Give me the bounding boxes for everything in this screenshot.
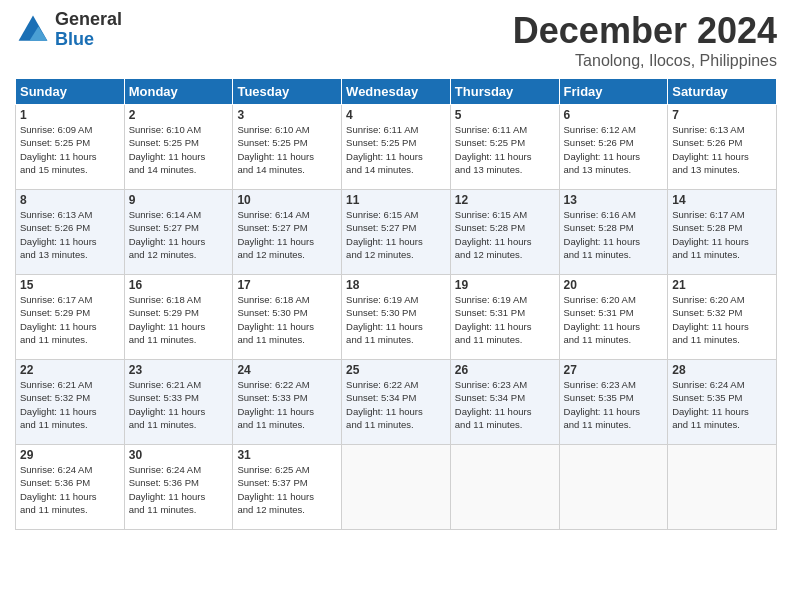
daylight-label: Daylight: 11 hours	[20, 236, 97, 247]
day-number: 6	[564, 108, 664, 122]
sunset-label: Sunset: 5:25 PM	[237, 137, 307, 148]
day-number: 2	[129, 108, 229, 122]
sunrise-label: Sunrise: 6:24 AM	[672, 379, 744, 390]
calendar-cell: 4 Sunrise: 6:11 AM Sunset: 5:25 PM Dayli…	[342, 105, 451, 190]
sunrise-label: Sunrise: 6:24 AM	[129, 464, 201, 475]
daylight-minutes: and 11 minutes.	[564, 419, 632, 430]
sunrise-label: Sunrise: 6:15 AM	[346, 209, 418, 220]
sunrise-label: Sunrise: 6:15 AM	[455, 209, 527, 220]
sunset-label: Sunset: 5:25 PM	[455, 137, 525, 148]
logo-blue-text: Blue	[55, 30, 122, 50]
day-info: Sunrise: 6:16 AM Sunset: 5:28 PM Dayligh…	[564, 208, 664, 261]
calendar-cell: 31 Sunrise: 6:25 AM Sunset: 5:37 PM Dayl…	[233, 445, 342, 530]
sunset-label: Sunset: 5:27 PM	[346, 222, 416, 233]
daylight-minutes: and 11 minutes.	[237, 334, 305, 345]
day-number: 10	[237, 193, 337, 207]
logo-icon	[15, 12, 51, 48]
daylight-minutes: and 11 minutes.	[20, 334, 88, 345]
daylight-label: Daylight: 11 hours	[564, 321, 641, 332]
header: General Blue December 2024 Tanolong, Ilo…	[15, 10, 777, 70]
daylight-minutes: and 12 minutes.	[129, 249, 197, 260]
sunset-label: Sunset: 5:26 PM	[672, 137, 742, 148]
daylight-label: Daylight: 11 hours	[129, 321, 206, 332]
day-number: 30	[129, 448, 229, 462]
daylight-label: Daylight: 11 hours	[237, 491, 314, 502]
daylight-label: Daylight: 11 hours	[672, 151, 749, 162]
sunrise-label: Sunrise: 6:17 AM	[672, 209, 744, 220]
daylight-minutes: and 11 minutes.	[672, 334, 740, 345]
sunrise-label: Sunrise: 6:25 AM	[237, 464, 309, 475]
calendar-cell: 22 Sunrise: 6:21 AM Sunset: 5:32 PM Dayl…	[16, 360, 125, 445]
sunset-label: Sunset: 5:26 PM	[20, 222, 90, 233]
day-number: 1	[20, 108, 120, 122]
daylight-label: Daylight: 11 hours	[237, 321, 314, 332]
day-number: 5	[455, 108, 555, 122]
sunrise-label: Sunrise: 6:19 AM	[455, 294, 527, 305]
daylight-label: Daylight: 11 hours	[346, 321, 423, 332]
daylight-label: Daylight: 11 hours	[346, 406, 423, 417]
day-number: 15	[20, 278, 120, 292]
day-number: 24	[237, 363, 337, 377]
daylight-minutes: and 15 minutes.	[20, 164, 88, 175]
daylight-minutes: and 14 minutes.	[129, 164, 197, 175]
logo: General Blue	[15, 10, 122, 50]
sunrise-label: Sunrise: 6:18 AM	[129, 294, 201, 305]
calendar-cell: 14 Sunrise: 6:17 AM Sunset: 5:28 PM Dayl…	[668, 190, 777, 275]
sunrise-label: Sunrise: 6:13 AM	[20, 209, 92, 220]
day-info: Sunrise: 6:15 AM Sunset: 5:28 PM Dayligh…	[455, 208, 555, 261]
daylight-minutes: and 11 minutes.	[237, 419, 305, 430]
sunrise-label: Sunrise: 6:19 AM	[346, 294, 418, 305]
daylight-minutes: and 13 minutes.	[20, 249, 88, 260]
sunset-label: Sunset: 5:29 PM	[20, 307, 90, 318]
day-number: 29	[20, 448, 120, 462]
sunrise-label: Sunrise: 6:10 AM	[237, 124, 309, 135]
sunset-label: Sunset: 5:35 PM	[564, 392, 634, 403]
sunset-label: Sunset: 5:33 PM	[237, 392, 307, 403]
day-number: 17	[237, 278, 337, 292]
calendar-cell: 11 Sunrise: 6:15 AM Sunset: 5:27 PM Dayl…	[342, 190, 451, 275]
sunrise-label: Sunrise: 6:12 AM	[564, 124, 636, 135]
day-number: 18	[346, 278, 446, 292]
calendar-cell: 23 Sunrise: 6:21 AM Sunset: 5:33 PM Dayl…	[124, 360, 233, 445]
day-number: 26	[455, 363, 555, 377]
daylight-label: Daylight: 11 hours	[237, 406, 314, 417]
day-info: Sunrise: 6:14 AM Sunset: 5:27 PM Dayligh…	[129, 208, 229, 261]
sunset-label: Sunset: 5:28 PM	[455, 222, 525, 233]
calendar-cell: 15 Sunrise: 6:17 AM Sunset: 5:29 PM Dayl…	[16, 275, 125, 360]
day-number: 14	[672, 193, 772, 207]
day-number: 16	[129, 278, 229, 292]
calendar-cell: 20 Sunrise: 6:20 AM Sunset: 5:31 PM Dayl…	[559, 275, 668, 360]
daylight-label: Daylight: 11 hours	[20, 321, 97, 332]
day-number: 31	[237, 448, 337, 462]
weekday-header-friday: Friday	[559, 79, 668, 105]
daylight-label: Daylight: 11 hours	[237, 151, 314, 162]
day-info: Sunrise: 6:25 AM Sunset: 5:37 PM Dayligh…	[237, 463, 337, 516]
sunset-label: Sunset: 5:30 PM	[237, 307, 307, 318]
day-number: 9	[129, 193, 229, 207]
day-info: Sunrise: 6:13 AM Sunset: 5:26 PM Dayligh…	[20, 208, 120, 261]
calendar-cell: 13 Sunrise: 6:16 AM Sunset: 5:28 PM Dayl…	[559, 190, 668, 275]
daylight-minutes: and 14 minutes.	[346, 164, 414, 175]
daylight-minutes: and 13 minutes.	[564, 164, 632, 175]
daylight-minutes: and 12 minutes.	[237, 504, 305, 515]
day-info: Sunrise: 6:19 AM Sunset: 5:31 PM Dayligh…	[455, 293, 555, 346]
daylight-label: Daylight: 11 hours	[20, 151, 97, 162]
day-info: Sunrise: 6:11 AM Sunset: 5:25 PM Dayligh…	[346, 123, 446, 176]
sunrise-label: Sunrise: 6:13 AM	[672, 124, 744, 135]
day-number: 28	[672, 363, 772, 377]
day-info: Sunrise: 6:10 AM Sunset: 5:25 PM Dayligh…	[237, 123, 337, 176]
sunrise-label: Sunrise: 6:17 AM	[20, 294, 92, 305]
calendar-cell: 28 Sunrise: 6:24 AM Sunset: 5:35 PM Dayl…	[668, 360, 777, 445]
logo-text: General Blue	[55, 10, 122, 50]
calendar-cell	[668, 445, 777, 530]
day-number: 20	[564, 278, 664, 292]
sunset-label: Sunset: 5:33 PM	[129, 392, 199, 403]
sunrise-label: Sunrise: 6:21 AM	[20, 379, 92, 390]
day-number: 27	[564, 363, 664, 377]
calendar-cell: 5 Sunrise: 6:11 AM Sunset: 5:25 PM Dayli…	[450, 105, 559, 190]
day-info: Sunrise: 6:17 AM Sunset: 5:29 PM Dayligh…	[20, 293, 120, 346]
sunset-label: Sunset: 5:32 PM	[672, 307, 742, 318]
weekday-header-tuesday: Tuesday	[233, 79, 342, 105]
sunset-label: Sunset: 5:25 PM	[346, 137, 416, 148]
day-info: Sunrise: 6:22 AM Sunset: 5:34 PM Dayligh…	[346, 378, 446, 431]
